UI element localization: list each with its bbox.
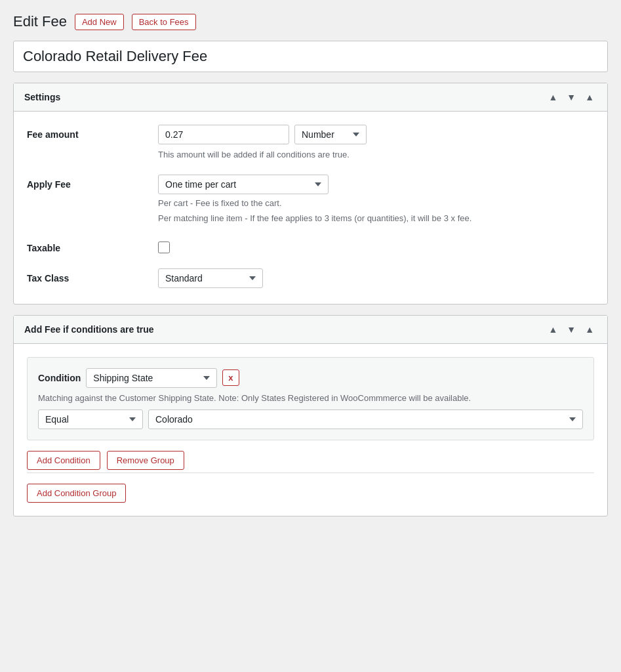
fee-amount-label: Fee amount xyxy=(27,125,158,140)
conditions-panel-title: Add Fee if conditions are true xyxy=(24,324,154,335)
add-condition-group-section: Add Condition Group xyxy=(27,472,594,503)
condition-operator-select[interactable]: Equal Not Equal Contains xyxy=(38,410,143,429)
fee-amount-row: Fee amount Number Percent This amount wi… xyxy=(27,125,594,161)
back-to-fees-button[interactable]: Back to Fees xyxy=(132,14,196,30)
condition-value-select[interactable]: Colorado California Texas New York xyxy=(148,410,583,429)
page-header: Edit Fee Add New Back to Fees xyxy=(13,13,608,30)
conditions-move-up-button[interactable]: ▲ xyxy=(546,324,560,335)
condition-match-text: Matching against the Customer Shipping S… xyxy=(38,393,583,403)
taxable-control xyxy=(158,238,594,255)
tax-class-select[interactable]: Standard Reduced rate Zero rate xyxy=(158,268,263,288)
condition-type-select[interactable]: Shipping State Billing State Shipping Co… xyxy=(86,368,217,388)
remove-group-button[interactable]: Remove Group xyxy=(107,451,184,470)
taxable-label: Taxable xyxy=(27,238,158,253)
settings-panel: Settings ▲ ▼ ▲ Fee amount Number Percent… xyxy=(13,83,608,304)
settings-panel-title: Settings xyxy=(24,92,60,102)
fee-name-input[interactable] xyxy=(13,41,608,72)
panel-controls: ▲ ▼ ▲ xyxy=(546,91,597,103)
panel-collapse-button[interactable]: ▲ xyxy=(582,91,597,103)
apply-fee-help-2: Per matching line item - If the fee appl… xyxy=(158,212,594,225)
condition-value-row: Equal Not Equal Contains Colorado Califo… xyxy=(38,410,583,429)
panel-move-up-button[interactable]: ▲ xyxy=(546,91,560,103)
condition-group: Condition Shipping State Billing State S… xyxy=(27,357,594,440)
add-condition-button[interactable]: Add Condition xyxy=(27,451,100,470)
tax-class-row: Tax Class Standard Reduced rate Zero rat… xyxy=(27,268,594,288)
fee-amount-input[interactable] xyxy=(158,125,289,144)
conditions-collapse-button[interactable]: ▲ xyxy=(582,324,597,335)
settings-panel-header: Settings ▲ ▼ ▲ xyxy=(14,83,607,112)
condition-remove-button[interactable]: x xyxy=(222,369,239,386)
tax-class-control: Standard Reduced rate Zero rate xyxy=(158,268,594,288)
taxable-checkbox[interactable] xyxy=(158,242,170,253)
conditions-panel-header: Add Fee if conditions are true ▲ ▼ ▲ xyxy=(14,316,607,344)
fee-amount-input-row: Number Percent xyxy=(158,125,594,144)
add-new-button[interactable]: Add New xyxy=(75,14,124,30)
conditions-panel-body: Condition Shipping State Billing State S… xyxy=(14,344,607,516)
conditions-move-down-button[interactable]: ▼ xyxy=(564,324,578,335)
conditions-panel-controls: ▲ ▼ ▲ xyxy=(546,324,597,335)
tax-class-label: Tax Class xyxy=(27,268,158,284)
panel-move-down-button[interactable]: ▼ xyxy=(564,91,578,103)
fee-amount-type-select[interactable]: Number Percent xyxy=(294,125,367,144)
add-condition-group-button[interactable]: Add Condition Group xyxy=(27,484,126,503)
apply-fee-select[interactable]: One time per cart Per matching line item xyxy=(158,175,329,194)
apply-fee-label: Apply Fee xyxy=(27,175,158,190)
condition-group-actions: Add Condition Remove Group xyxy=(27,451,594,470)
apply-fee-help-1: Per cart - Fee is fixed to the cart. xyxy=(158,197,594,210)
taxable-row: Taxable xyxy=(27,238,594,255)
condition-label: Condition xyxy=(38,373,81,383)
fee-amount-help: This amount will be added if all conditi… xyxy=(158,148,594,161)
condition-type-row: Condition Shipping State Billing State S… xyxy=(38,368,583,388)
page-title: Edit Fee xyxy=(13,13,67,30)
settings-panel-body: Fee amount Number Percent This amount wi… xyxy=(14,112,607,304)
fee-amount-controls: Number Percent This amount will be added… xyxy=(158,125,594,161)
apply-fee-row: Apply Fee One time per cart Per matching… xyxy=(27,175,594,225)
apply-fee-controls: One time per cart Per matching line item… xyxy=(158,175,594,225)
conditions-panel: Add Fee if conditions are true ▲ ▼ ▲ Con… xyxy=(13,315,608,516)
